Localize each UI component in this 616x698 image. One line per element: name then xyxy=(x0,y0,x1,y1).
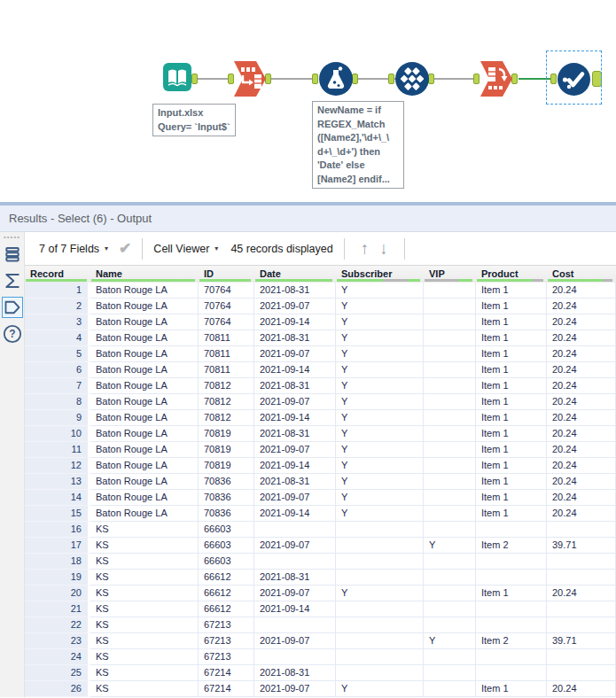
data-cell[interactable]: 70836 xyxy=(199,490,254,506)
record-number-cell[interactable]: 4 xyxy=(25,330,90,346)
data-cell[interactable]: 2021-08-31 xyxy=(254,283,336,299)
record-number-cell[interactable]: 17 xyxy=(25,538,90,554)
header-cell-date[interactable]: Date xyxy=(254,266,336,283)
data-cell[interactable]: Item 1 xyxy=(476,681,547,697)
workflow-canvas[interactable]: Input.xlsx Query= `Input$` NewName = if … xyxy=(0,0,616,202)
data-cell[interactable]: Y xyxy=(336,346,424,362)
data-cell[interactable]: 67214 xyxy=(199,681,254,697)
data-cell[interactable]: Item 1 xyxy=(476,506,547,522)
data-cell[interactable] xyxy=(424,681,476,697)
data-cell[interactable]: Baton Rouge LA xyxy=(90,378,199,394)
data-cell[interactable]: Baton Rouge LA xyxy=(90,283,199,299)
data-cell[interactable]: 20.24 xyxy=(547,283,616,299)
data-cell[interactable]: Y xyxy=(336,681,424,697)
data-cell[interactable] xyxy=(424,410,476,426)
record-number-cell[interactable]: 19 xyxy=(25,570,90,586)
data-cell[interactable]: Item 1 xyxy=(476,283,547,299)
scroll-up-arrow-icon[interactable]: ↑ xyxy=(361,239,370,259)
data-cell[interactable]: Y xyxy=(336,586,424,601)
data-cell[interactable] xyxy=(424,506,476,522)
data-cell[interactable]: Item 1 xyxy=(476,394,547,410)
data-cell[interactable]: 2021-08-31 xyxy=(254,474,336,490)
data-cell[interactable]: Y xyxy=(336,378,424,394)
data-cell[interactable]: KS xyxy=(90,554,199,570)
data-cell[interactable]: 20.24 xyxy=(547,394,616,410)
data-cell[interactable] xyxy=(476,554,547,570)
data-cell[interactable]: KS xyxy=(90,665,199,681)
data-cell[interactable]: Item 1 xyxy=(476,426,547,442)
data-cell[interactable]: Baton Rouge LA xyxy=(90,458,199,474)
fields-dropdown[interactable]: 7 of 7 Fields ▾ xyxy=(39,243,108,255)
data-cell[interactable]: 2021-09-07 xyxy=(254,442,336,458)
input-data-tool[interactable] xyxy=(163,63,191,95)
data-cell[interactable]: Baton Rouge LA xyxy=(90,362,199,378)
data-cell[interactable]: Item 1 xyxy=(476,299,547,314)
data-cell[interactable] xyxy=(424,442,476,458)
data-cell[interactable] xyxy=(476,617,547,633)
data-cell[interactable]: 20.24 xyxy=(547,458,616,474)
transpose-tool[interactable] xyxy=(234,61,266,100)
data-cell[interactable] xyxy=(424,617,476,633)
data-cell[interactable]: 2021-09-07 xyxy=(254,538,336,554)
record-number-cell[interactable]: 26 xyxy=(25,681,90,697)
data-cell[interactable]: Item 2 xyxy=(476,633,547,649)
data-cell[interactable]: 2021-09-14 xyxy=(254,506,336,522)
data-cell[interactable]: Item 1 xyxy=(476,362,547,378)
data-cell[interactable] xyxy=(336,601,424,617)
data-cell[interactable] xyxy=(424,570,476,586)
data-cell[interactable]: KS xyxy=(90,681,199,697)
data-cell[interactable]: 2021-09-14 xyxy=(254,314,336,330)
data-cell[interactable]: Y xyxy=(336,283,424,299)
data-cell[interactable]: Y xyxy=(336,458,424,474)
data-cell[interactable]: 20.24 xyxy=(547,314,616,330)
record-number-cell[interactable]: 3 xyxy=(25,314,90,330)
data-cell[interactable] xyxy=(336,522,424,538)
data-cell[interactable]: Y xyxy=(336,314,424,330)
data-cell[interactable]: 20.24 xyxy=(547,378,616,394)
formula-tool-annotation[interactable]: NewName = if REGEX_Match ([Name2],'\d+\_… xyxy=(312,101,404,189)
data-cell[interactable]: 20.24 xyxy=(547,490,616,506)
record-number-cell[interactable]: 23 xyxy=(25,633,90,649)
data-cell[interactable]: 67213 xyxy=(199,617,254,633)
data-cell[interactable]: 20.24 xyxy=(547,426,616,442)
data-cell[interactable]: 70812 xyxy=(199,394,254,410)
data-cell[interactable] xyxy=(424,649,476,665)
data-cell[interactable]: 70812 xyxy=(199,410,254,426)
data-cell[interactable]: Item 1 xyxy=(476,314,547,330)
record-number-cell[interactable]: 8 xyxy=(25,394,90,410)
data-cell[interactable] xyxy=(424,283,476,299)
data-cell[interactable] xyxy=(424,554,476,570)
data-cell[interactable]: Baton Rouge LA xyxy=(90,299,199,314)
data-cell[interactable]: Y xyxy=(336,362,424,378)
data-cell[interactable]: 2021-08-31 xyxy=(254,378,336,394)
data-cell[interactable] xyxy=(336,570,424,586)
data-cell[interactable]: Y xyxy=(336,490,424,506)
record-number-cell[interactable]: 2 xyxy=(25,299,90,314)
input-tool-annotation[interactable]: Input.xlsx Query= `Input$` xyxy=(152,104,236,136)
data-cell[interactable] xyxy=(424,299,476,314)
data-cell[interactable] xyxy=(547,570,616,586)
data-cell[interactable] xyxy=(547,617,616,633)
data-cell[interactable]: 20.24 xyxy=(547,410,616,426)
data-cell[interactable]: Item 1 xyxy=(476,586,547,601)
data-cell[interactable]: Item 1 xyxy=(476,410,547,426)
data-cell[interactable] xyxy=(424,665,476,681)
data-cell[interactable] xyxy=(424,330,476,346)
data-cell[interactable]: Baton Rouge LA xyxy=(90,442,199,458)
data-cell[interactable]: Item 1 xyxy=(476,442,547,458)
data-cell[interactable]: Y xyxy=(336,410,424,426)
data-cell[interactable] xyxy=(424,362,476,378)
output-anchor[interactable] xyxy=(511,74,518,84)
data-cell[interactable]: 66612 xyxy=(199,586,254,601)
data-cell[interactable]: Item 1 xyxy=(476,378,547,394)
data-cell[interactable]: 2021-09-07 xyxy=(254,633,336,649)
data-cell[interactable]: 2021-09-07 xyxy=(254,681,336,697)
data-cell[interactable] xyxy=(547,554,616,570)
data-cell[interactable]: 66603 xyxy=(199,538,254,554)
input-anchor[interactable] xyxy=(388,74,394,84)
data-cell[interactable]: Baton Rouge LA xyxy=(90,330,199,346)
data-cell[interactable]: Y xyxy=(424,538,476,554)
data-cell[interactable] xyxy=(336,665,424,681)
data-cell[interactable]: 2021-09-14 xyxy=(254,458,336,474)
arrange-tool[interactable] xyxy=(480,61,512,100)
